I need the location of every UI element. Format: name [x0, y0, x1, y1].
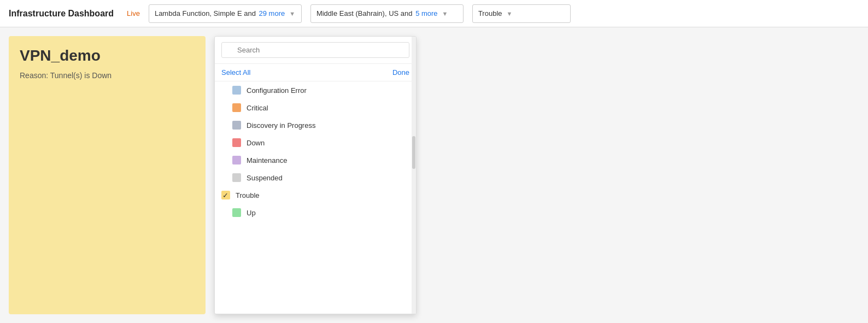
- status-item-up[interactable]: Up: [215, 204, 416, 221]
- search-input[interactable]: [221, 42, 409, 58]
- status-color-suspended: [232, 173, 241, 182]
- status-item-critical[interactable]: Critical: [215, 99, 416, 116]
- status-item-discovery-in-progress[interactable]: Discovery in Progress: [215, 116, 416, 134]
- status-color-down: [232, 138, 241, 147]
- status-color-up: [232, 208, 241, 217]
- status-selected-label: Trouble: [478, 9, 502, 17]
- device-card: VPN_demo Reason: Tunnel(s) is Down: [9, 36, 206, 314]
- services-more-link[interactable]: 29 more: [259, 9, 285, 17]
- header: Infrastructure Dashboard Live Lambda Fun…: [0, 0, 868, 27]
- select-all-link[interactable]: Select All: [221, 68, 250, 77]
- status-label-suspended: Suspended: [247, 174, 283, 182]
- status-label-down: Down: [247, 139, 265, 147]
- dropdown-actions: Select All Done: [215, 64, 416, 81]
- status-color-maintenance: [232, 156, 241, 165]
- regions-dropdown-arrow: ▼: [442, 10, 448, 17]
- status-dropdown-list: Configuration ErrorCriticalDiscovery in …: [215, 81, 416, 314]
- done-link[interactable]: Done: [392, 68, 409, 77]
- status-dropdown-arrow: ▼: [507, 10, 513, 17]
- status-label-trouble: Trouble: [236, 191, 260, 199]
- status-item-suspended[interactable]: Suspended: [215, 169, 416, 186]
- status-color-discovery-in-progress: [232, 121, 241, 130]
- main-content: VPN_demo Reason: Tunnel(s) is Down 🔍 Sel…: [0, 27, 868, 323]
- status-color-critical: [232, 103, 241, 112]
- services-dropdown-arrow: ▼: [289, 10, 295, 17]
- checkmark-icon: ✓: [222, 191, 228, 199]
- page-title: Infrastructure Dashboard: [9, 9, 114, 19]
- status-item-maintenance[interactable]: Maintenance: [215, 151, 416, 169]
- status-item-configuration-error[interactable]: Configuration Error: [215, 81, 416, 99]
- scrollbar-track[interactable]: [412, 37, 416, 314]
- status-dropdown-panel: 🔍 Select All Done Configuration ErrorCri…: [214, 36, 417, 314]
- services-label: Lambda Function, Simple E and 29 more: [155, 9, 285, 17]
- regions-label: Middle East (Bahrain), US and 5 more: [316, 9, 438, 17]
- status-label-critical: Critical: [247, 104, 268, 112]
- status-label-configuration-error: Configuration Error: [247, 86, 307, 95]
- scrollbar-thumb[interactable]: [412, 136, 415, 169]
- regions-dropdown-button[interactable]: Middle East (Bahrain), US and 5 more ▼: [310, 4, 464, 23]
- status-color-configuration-error: [232, 86, 241, 95]
- status-label-maintenance: Maintenance: [247, 156, 287, 165]
- status-item-trouble[interactable]: ✓Trouble: [215, 186, 416, 204]
- device-card-reason: Reason: Tunnel(s) is Down: [20, 71, 195, 80]
- regions-more-link[interactable]: 5 more: [415, 9, 437, 17]
- device-card-title: VPN_demo: [20, 47, 195, 64]
- status-label-up: Up: [247, 209, 256, 217]
- status-dropdown-button[interactable]: Trouble ▼: [472, 4, 571, 23]
- status-item-down[interactable]: Down: [215, 134, 416, 151]
- live-badge: Live: [127, 9, 140, 17]
- search-row: 🔍: [215, 37, 416, 64]
- services-dropdown-button[interactable]: Lambda Function, Simple E and 29 more ▼: [149, 4, 302, 23]
- status-label-discovery-in-progress: Discovery in Progress: [247, 121, 315, 130]
